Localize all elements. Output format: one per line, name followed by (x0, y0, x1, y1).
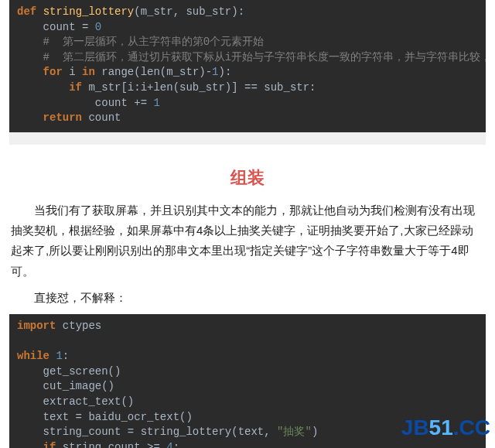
kw-def: def (17, 5, 36, 18)
fn-name: string_lottery (43, 5, 135, 18)
code-block-2: import ctypes while 1: get_screen() cut_… (9, 314, 486, 448)
horizontal-scrollbar[interactable] (9, 132, 486, 145)
comment: # 第二层循环，通过切片获取下标从i开始与子字符串长度一致的字符串，并与字符串比… (43, 51, 486, 63)
paragraph-2: 直接怼，不解释： (11, 288, 484, 308)
section-heading: 组装 (0, 166, 495, 190)
comment: # 第一层循环，从主字符串的第0个元素开始 (43, 36, 265, 48)
code-block-1: def string_lottery(m_str, sub_str): coun… (9, 0, 486, 132)
paragraph-1: 当我们有了获取屏幕，并且识别其中文本的能力，那就让他自动为我们检测有没有出现抽奖… (11, 200, 484, 282)
